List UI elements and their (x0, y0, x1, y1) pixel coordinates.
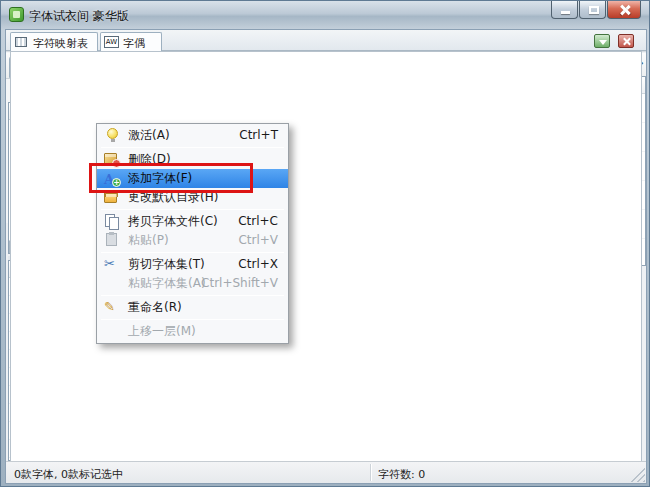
context-menu: 激活(A) Ctrl+T − 删除(D) A+ 添加字体(F) 更改默认目录(H… (96, 123, 289, 344)
resize-grip[interactable] (631, 468, 645, 482)
shortcut-label: Ctrl+C (238, 212, 278, 231)
pencil-icon: ✎ (104, 299, 120, 315)
menu-item-label: 粘贴(P) (128, 233, 169, 247)
menu-item-label: 激活(A) (128, 128, 170, 142)
menu-item-paste-font-set[interactable]: 粘贴字体集(A) Ctrl+Shift+V (97, 274, 288, 293)
maximize-button[interactable] (579, 1, 606, 19)
menu-separator (101, 319, 284, 320)
close-icon (620, 5, 630, 15)
shortcut-label: Ctrl+V (238, 231, 278, 250)
lightbulb-icon (104, 127, 120, 143)
shortcut-label: Ctrl+T (239, 126, 278, 145)
status-bar: 0款字体, 0款标记选中 字符数: 0 (6, 461, 646, 483)
status-char-count: 字符数: 0 (378, 467, 425, 482)
menu-item-label: 剪切字体集(T) (128, 257, 205, 271)
minimize-icon (561, 11, 570, 14)
scissors-icon: ✂ (104, 256, 120, 272)
copy-icon (104, 213, 120, 229)
menu-separator (101, 209, 284, 210)
menu-item-paste[interactable]: 粘贴(P) Ctrl+V (97, 231, 288, 250)
menu-item-label: 拷贝字体文件(C) (128, 214, 218, 228)
character-map-icon (15, 37, 27, 47)
shortcut-label: Ctrl+X (238, 255, 278, 274)
menu-item-rename[interactable]: ✎ 重命名(R) (97, 298, 288, 317)
menu-item-cut-font-set[interactable]: ✂ 剪切字体集(T) Ctrl+X (97, 255, 288, 274)
app-window: 字体试衣间 豪华版 版面(L) 预览(V) 列(C) 编辑(E) 浏览(B) 字… (0, 0, 650, 487)
menu-item-label: 重命名(R) (128, 300, 182, 314)
maximize-icon (589, 6, 599, 14)
shortcut-label: Ctrl+Shift+V (201, 274, 278, 293)
menu-item-label: 上移一层(M) (128, 324, 196, 338)
menu-separator (101, 295, 284, 296)
window-title: 字体试衣间 豪华版 (29, 8, 129, 25)
status-font-count: 0款字体, 0款标记选中 (14, 467, 123, 482)
bottom-tabstrip: 字符映射表 AW 字偶距 (6, 30, 646, 51)
tab-character-map-label: 字符映射表 (33, 37, 88, 50)
paste-icon (106, 233, 117, 246)
tab-character-map[interactable]: 字符映射表 (10, 32, 98, 51)
menu-separator (101, 252, 284, 253)
app-icon (9, 7, 24, 22)
title-bar: 字体试衣间 豪华版 (1, 1, 650, 29)
menu-separator (101, 147, 284, 148)
menu-item-activate[interactable]: 激活(A) Ctrl+T (97, 126, 288, 145)
close-panel-button[interactable] (618, 34, 634, 48)
collapse-panel-button[interactable] (594, 34, 610, 48)
menu-item-label: 粘贴字体集(A) (128, 276, 206, 290)
close-button[interactable] (607, 1, 641, 19)
minimize-button[interactable] (551, 1, 578, 19)
tab-kerning[interactable]: AW 字偶距 (100, 32, 162, 51)
annotation-highlight-box (89, 163, 253, 193)
kerning-aw-icon: AW (104, 36, 119, 48)
menu-item-copy-font-file[interactable]: 拷贝字体文件(C) Ctrl+C (97, 212, 288, 231)
menu-item-move-up[interactable]: 上移一层(M) (97, 322, 288, 341)
